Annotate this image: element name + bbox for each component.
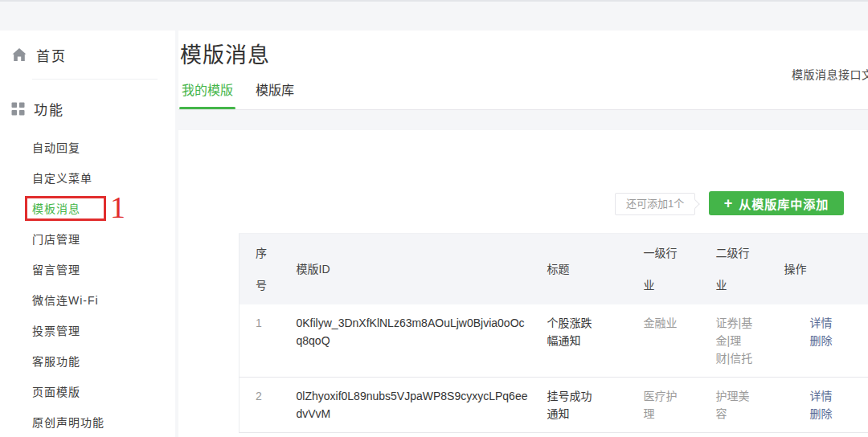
sidebar-item-features[interactable]: 功能 (0, 92, 175, 125)
sidebar-item-wechat-wifi[interactable]: 微信连Wi-Fi (0, 285, 175, 316)
column-header-primary-industry: 一级行业 (624, 234, 700, 304)
sidebar-item-home[interactable]: 首页 (0, 39, 175, 71)
quota-tooltip-text: 还可添加1个 (626, 198, 684, 210)
cell-index: 1 (240, 304, 280, 378)
cell-actions: 详情 删除 (784, 377, 868, 432)
tab-my-templates[interactable]: 我的模版 (180, 80, 235, 109)
sidebar-item-page-template[interactable]: 页面模版 (0, 377, 175, 407)
cell-actions: 详情 删除 (784, 304, 868, 378)
cell-title-text: 个股涨跌幅通知 (547, 314, 594, 349)
column-header-index: 序号 (240, 234, 280, 304)
content-header: 模版消息 我的模版 模版库 模版消息接口文档 (178, 31, 868, 110)
cell-title: 挂号成功通知 (537, 377, 624, 432)
templates-table: 序号 模版ID 标题 一级行业 二级行业 操作 1 0Kfilyw_3DnXfK… (239, 233, 868, 433)
column-header-secondary-industry: 二级行业 (700, 234, 784, 304)
sidebar-item-vote-management[interactable]: 投票管理 (0, 316, 175, 346)
home-icon (11, 47, 27, 63)
sidebar: 首页 功能 自动回复 自定义菜单 模板消息 1 门店管理 (0, 31, 175, 437)
annotation-step-number: 1 (110, 192, 126, 223)
plus-icon: + (724, 196, 734, 210)
cell-title: 个股涨跌幅通知 (537, 304, 624, 378)
tooltip-arrow-icon (691, 199, 700, 208)
detail-link[interactable]: 详情 (784, 314, 833, 332)
detail-link[interactable]: 详情 (784, 387, 833, 405)
tab-template-library[interactable]: 模版库 (254, 80, 296, 109)
column-header-title: 标题 (537, 234, 624, 304)
add-button-label: 从模版库中添加 (739, 195, 829, 212)
delete-link[interactable]: 删除 (784, 332, 833, 349)
delete-link[interactable]: 删除 (784, 405, 833, 423)
sidebar-item-original-statement[interactable]: 原创声明功能 (0, 407, 175, 437)
sidebar-home-label: 首页 (36, 45, 67, 65)
cell-secondary-industry: 护理美容 (700, 377, 784, 432)
cell-primary-industry-text: 金融业 (644, 314, 681, 332)
cell-secondary-industry-text: 护理美容 (716, 387, 753, 423)
table-row: 1 0Kfilyw_3DnXfKlNLz63m8AOuLjw0Bjvia0oOc… (240, 304, 868, 378)
column-header-template-id: 模版ID (280, 234, 537, 304)
sidebar-item-template-message[interactable]: 模板消息 1 (0, 194, 175, 224)
page-title: 模版消息 (180, 38, 270, 69)
sidebar-features-label: 功能 (34, 99, 64, 119)
sidebar-item-comment-management[interactable]: 留言管理 (0, 255, 175, 285)
grid-icon (11, 102, 25, 116)
cell-title-text: 挂号成功通知 (547, 387, 594, 423)
column-header-actions: 操作 (784, 234, 868, 304)
cell-secondary-industry: 证券|基金|理财|信托 (700, 304, 784, 378)
cell-primary-industry: 金融业 (624, 304, 700, 378)
api-doc-link[interactable]: 模版消息接口文档 (792, 66, 868, 82)
content-panel: 还可添加1个 + 从模版库中添加 序号 模版ID 标题 一级行业 二级行业 操作 (178, 130, 868, 437)
wechat-mp-template-message-page: 首页 功能 自动回复 自定义菜单 模板消息 1 门店管理 (0, 0, 868, 437)
cell-secondary-industry-text: 证券|基金|理财|信托 (716, 314, 753, 367)
table-header-row: 序号 模版ID 标题 一级行业 二级行业 操作 (240, 234, 868, 304)
cell-template-id: 0Kfilyw_3DnXfKlNLz63m8AOuLjw0Bjvia0oOcq8… (280, 304, 537, 378)
cell-template-id: 0lZhyoxif0L89nubs5VJpaWP8S9cyxycLPq6eedv… (280, 377, 537, 432)
sidebar-item-store-management[interactable]: 门店管理 (0, 224, 175, 255)
sidebar-template-message-label: 模板消息 (32, 202, 80, 215)
cell-primary-industry-text: 医疗护理 (644, 387, 681, 423)
sidebar-item-custom-menu[interactable]: 自定义菜单 (0, 163, 175, 194)
sidebar-item-customer-service[interactable]: 客服功能 (0, 346, 175, 377)
top-edge-divider (0, 0, 868, 2)
sidebar-menu: 自动回复 自定义菜单 模板消息 1 门店管理 留言管理 微信连Wi-Fi 投票管… (0, 133, 175, 437)
add-from-library-button[interactable]: + 从模版库中添加 (709, 191, 844, 215)
cell-primary-industry: 医疗护理 (624, 377, 700, 432)
table-row: 2 0lZhyoxif0L89nubs5VJpaWP8S9cyxycLPq6ee… (240, 377, 868, 432)
sidebar-item-auto-reply[interactable]: 自动回复 (0, 133, 175, 163)
quota-tooltip: 还可添加1个 (615, 193, 695, 215)
sidebar-divider (32, 79, 158, 80)
tab-bar: 我的模版 模版库 (180, 80, 296, 109)
cell-index: 2 (240, 377, 280, 432)
